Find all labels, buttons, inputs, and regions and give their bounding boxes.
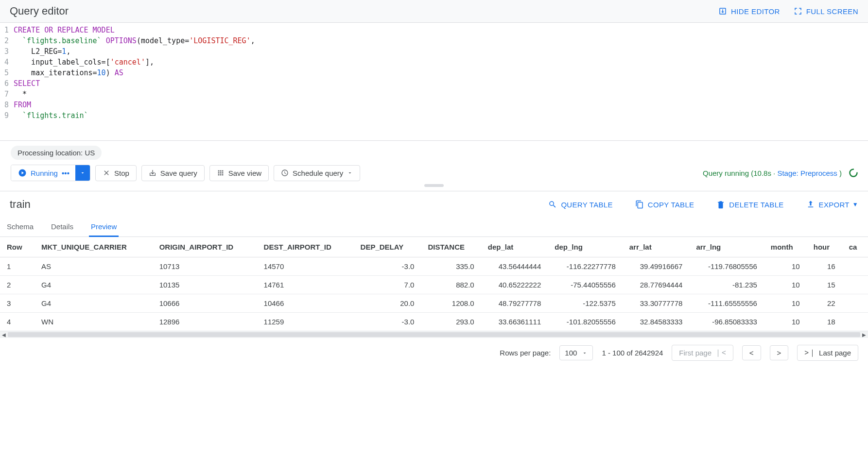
cell: 33.66361111	[481, 313, 548, 331]
running-dots: • • •	[62, 169, 69, 177]
cell: 32.84583333	[623, 313, 690, 331]
first-page-icon: ｜<	[714, 348, 726, 357]
token: `flights.train`	[22, 111, 88, 120]
caret-down-icon: ▼	[852, 201, 858, 208]
cell: 33.30777778	[623, 294, 690, 313]
stop-label: Stop	[114, 169, 129, 177]
save-view-label: Save view	[228, 169, 261, 177]
cell: 11259	[257, 313, 354, 331]
copy-table-button[interactable]: COPY TABLE	[635, 200, 694, 209]
cell: -75.44055556	[548, 276, 622, 294]
full-screen-button[interactable]: FULL SCREEN	[794, 7, 858, 16]
schedule-query-button[interactable]: Schedule query	[274, 165, 360, 181]
col-header[interactable]: DEP_DELAY	[354, 237, 421, 257]
last-page-button[interactable]: >｜ Last page	[797, 345, 858, 361]
tab-preview[interactable]: Preview	[89, 218, 119, 236]
delete-table-label: DELETE TABLE	[729, 201, 783, 209]
col-header[interactable]: DEST_AIRPORT_ID	[257, 237, 354, 257]
code-content[interactable]: CREATE OR REPLACE MODEL `flights.baselin…	[14, 25, 868, 121]
save-query-label: Save query	[160, 169, 197, 177]
table-header-row: Row MKT_UNIQUE_CARRIER ORIGIN_AIRPORT_ID…	[0, 237, 868, 257]
save-view-button[interactable]: Save view	[209, 165, 269, 181]
token: input_label_cols=[	[14, 58, 110, 67]
stop-button[interactable]: Stop	[95, 165, 137, 181]
run-dropdown-button[interactable]	[75, 165, 90, 181]
token: 'cancel'	[110, 58, 145, 67]
header-actions: HIDE EDITOR FULL SCREEN	[718, 7, 858, 16]
col-header[interactable]: MKT_UNIQUE_CARRIER	[35, 237, 153, 257]
first-page-button[interactable]: First page ｜<	[672, 345, 733, 361]
rows-per-page-select[interactable]: 100	[559, 345, 593, 360]
table-title: train	[10, 198, 31, 211]
grid-icon	[217, 169, 225, 177]
cell: 2	[0, 276, 35, 294]
tab-schema[interactable]: Schema	[5, 218, 35, 236]
col-header[interactable]: hour	[807, 237, 842, 257]
query-table-button[interactable]: QUERY TABLE	[548, 200, 612, 209]
export-button[interactable]: EXPORT ▼	[806, 200, 858, 209]
table-actions: QUERY TABLE COPY TABLE DELETE TABLE EXPO…	[548, 200, 858, 209]
hide-editor-button[interactable]: HIDE EDITOR	[718, 7, 780, 16]
trash-icon	[716, 200, 725, 209]
query-status: Query running (10.8s · Stage: Preprocess…	[703, 168, 858, 178]
col-header[interactable]: arr_lng	[689, 237, 764, 257]
cell: -122.5375	[548, 294, 622, 313]
token: SELECT	[14, 79, 40, 88]
cell: 10	[764, 257, 807, 276]
tab-details[interactable]: Details	[49, 218, 75, 236]
token: AS	[115, 68, 123, 77]
cell: -3.0	[354, 313, 421, 331]
token: L2_REG=	[14, 47, 62, 56]
cell: 22	[807, 294, 842, 313]
table-row[interactable]: 1AS1071314570-3.0335.043.56444444-116.22…	[0, 257, 868, 276]
next-page-button[interactable]: >	[770, 345, 789, 360]
prev-page-button[interactable]: <	[742, 345, 761, 360]
cell: 14761	[257, 276, 354, 294]
drag-handle[interactable]	[424, 184, 444, 187]
delete-table-button[interactable]: DELETE TABLE	[716, 200, 783, 209]
col-header[interactable]: ca	[842, 237, 868, 257]
cell	[842, 257, 868, 276]
cell: 48.79277778	[481, 294, 548, 313]
pagination: Rows per page: 100 1 - 100 of 2642924 Fi…	[0, 338, 868, 368]
scrollbar-track[interactable]	[8, 332, 860, 337]
cell: 10	[764, 276, 807, 294]
cell: G4	[35, 276, 153, 294]
token: FROM	[14, 101, 31, 109]
spinner-icon	[849, 168, 858, 178]
col-header[interactable]: month	[764, 237, 807, 257]
copy-table-label: COPY TABLE	[648, 201, 694, 209]
table-row[interactable]: 4WN1289611259-3.0293.033.66361111-101.82…	[0, 313, 868, 331]
col-header[interactable]: Row	[0, 237, 35, 257]
token: 'LOGISTIC_REG'	[189, 36, 250, 45]
running-button[interactable]: Running • • •	[11, 165, 75, 181]
code-editor[interactable]: 1 2 3 4 5 6 7 8 9 CREATE OR REPLACE MODE…	[0, 23, 868, 141]
cell: 15	[807, 276, 842, 294]
table-row[interactable]: 3G4106661046620.01208.048.79277778-122.5…	[0, 294, 868, 313]
cell	[842, 276, 868, 294]
cell: -3.0	[354, 257, 421, 276]
token: ,	[66, 47, 70, 56]
horizontal-scrollbar[interactable]	[0, 331, 868, 338]
token: ],	[145, 58, 154, 67]
page-range: 1 - 100 of 2642924	[602, 349, 663, 357]
col-header[interactable]: arr_lat	[623, 237, 690, 257]
save-query-button[interactable]: Save query	[141, 165, 205, 181]
first-page-label: First page	[679, 349, 712, 357]
svg-point-1	[850, 169, 857, 177]
table-header-bar: train QUERY TABLE COPY TABLE DELETE TABL…	[0, 191, 868, 218]
token: (model_type=	[137, 36, 189, 45]
col-header[interactable]: ORIGIN_AIRPORT_ID	[153, 237, 257, 257]
close-icon	[103, 169, 110, 177]
token	[14, 111, 22, 120]
col-header[interactable]: dep_lng	[548, 237, 622, 257]
chevron-right-icon: >	[777, 349, 781, 357]
cell: G4	[35, 294, 153, 313]
col-header[interactable]: DISTANCE	[421, 237, 481, 257]
col-header[interactable]: dep_lat	[481, 237, 548, 257]
clock-icon	[281, 169, 289, 177]
table-row[interactable]: 2G410135147617.0882.040.65222222-75.4405…	[0, 276, 868, 294]
play-icon	[18, 169, 27, 177]
line-number: 2	[3, 35, 9, 46]
schedule-label: Schedule query	[293, 169, 343, 177]
